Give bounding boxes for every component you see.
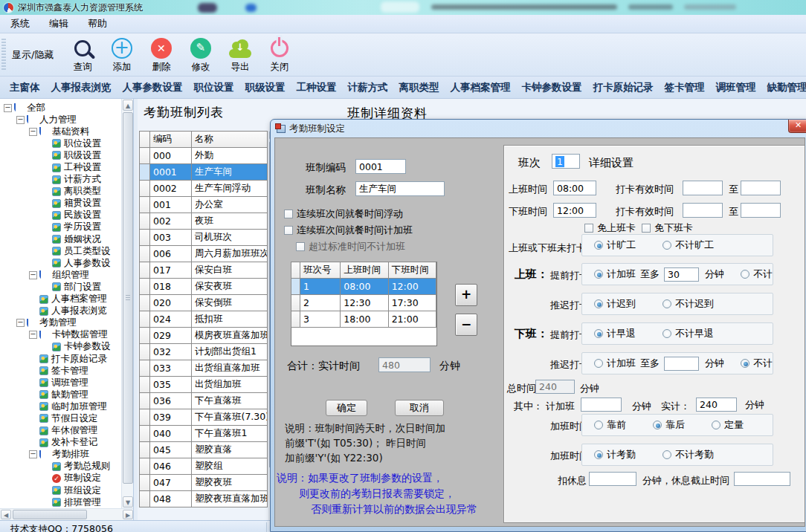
tree-item[interactable]: 人事档案管理 [0, 293, 120, 305]
column-header[interactable]: 编码 [150, 132, 192, 148]
table-row[interactable]: 029模房夜班直落加班 [140, 328, 268, 344]
column-header[interactable]: 上班时间 [341, 262, 388, 279]
rest-deadline-input[interactable] [734, 472, 790, 486]
edit-button[interactable]: ✎修改 [181, 36, 220, 74]
tree-hscroll-thumb[interactable] [13, 510, 87, 519]
row-selector[interactable] [291, 279, 300, 295]
table-row[interactable]: 033出货组直落加班 [140, 360, 268, 377]
tree-item[interactable]: 籍贯设置 [0, 198, 120, 210]
radio-option[interactable]: 不计早退 [662, 327, 714, 340]
radio-count-overtime[interactable]: 计加班 [594, 267, 636, 281]
dialog-checkbox-2[interactable]: 超过标准时间不计加班 [296, 240, 405, 253]
collapse-icon[interactable]: − [16, 319, 25, 327]
row-selector[interactable] [140, 344, 150, 360]
session-row[interactable]: 212:3017:30 [291, 295, 436, 311]
tab-2[interactable]: 人事参数设置 [123, 81, 183, 94]
dialog-titlebar[interactable]: 考勤班制设定 ✕ [271, 120, 806, 137]
tree-horizontal-scrollbar[interactable]: ◀ ▶ [0, 508, 134, 520]
table-row[interactable]: 047塑胶夜班 [140, 475, 268, 491]
tree-item[interactable]: 职位设置 [0, 137, 120, 149]
tree-item[interactable]: −人力管理 [0, 114, 120, 126]
skip-clock-out-checkbox[interactable]: 免下班卡 [642, 221, 693, 235]
tree-item[interactable]: 打卡原始记录 [0, 353, 120, 365]
overtime-input[interactable] [581, 398, 622, 412]
collapse-icon[interactable]: − [29, 331, 37, 339]
radio-option[interactable]: 不计旷工 [662, 239, 714, 252]
table-row[interactable]: 002夜班 [140, 213, 268, 230]
row-selector[interactable] [291, 295, 300, 311]
radio-option[interactable]: 计早退 [594, 327, 636, 340]
search-button[interactable]: 查询 [62, 36, 102, 74]
tree-item[interactable]: 发补卡登记 [0, 437, 120, 449]
row-selector[interactable] [140, 360, 150, 377]
tree-scroll-thumb[interactable] [123, 112, 133, 484]
tree-item[interactable]: 考勤总规则 [0, 461, 120, 473]
session-row[interactable]: 318:0021:00 [291, 311, 436, 328]
tree-item[interactable]: 部门设置 [0, 281, 120, 293]
tree-item[interactable]: −考勤排班 [0, 449, 120, 461]
tree-vertical-scrollbar[interactable]: ▲ ▼ [121, 99, 134, 508]
row-selector[interactable] [140, 279, 150, 295]
table-row[interactable]: 020保安倒班 [140, 295, 268, 311]
tree-item[interactable]: 职级设置 [0, 149, 120, 161]
table-row[interactable]: 045塑胶直落 [140, 442, 268, 458]
tab-0[interactable]: 主窗体 [10, 81, 40, 94]
tree-item[interactable]: 计薪方式 [0, 174, 120, 186]
collapse-icon[interactable]: − [29, 128, 37, 136]
scroll-up-icon[interactable]: ▲ [123, 100, 133, 111]
table-row[interactable]: 017保安白班 [140, 262, 268, 279]
tab-12[interactable]: 调班管理 [716, 81, 756, 94]
table-row[interactable]: 046塑胶组 [140, 458, 268, 475]
table-row[interactable]: 040下午直落班1 [140, 426, 268, 442]
table-row[interactable]: 032计划部出货组1 [140, 344, 268, 360]
tree-item[interactable]: 签卡管理 [0, 365, 120, 377]
table-row[interactable]: 0001生产车间 [140, 164, 268, 181]
work-start-input[interactable]: 08:00 [553, 181, 596, 195]
scroll-down-icon[interactable]: ▼ [123, 496, 133, 507]
tree-item[interactable]: 年休假管理 [0, 425, 120, 437]
shift-code-input[interactable]: 0001 [355, 159, 406, 174]
radio-option[interactable]: 计旷工 [594, 239, 636, 252]
row-selector[interactable] [140, 377, 150, 393]
skip-clock-in-checkbox[interactable]: 免上班卡 [584, 221, 636, 235]
tree-item[interactable]: −基础资料 [0, 126, 120, 137]
early-in-max-input[interactable]: 30 [664, 267, 699, 282]
radio-no-count[interactable]: 不计 [741, 357, 773, 370]
tree-item[interactable]: 婚姻状况 [0, 233, 120, 245]
tree-item[interactable]: 班组设定 [0, 484, 120, 496]
collapse-icon[interactable]: − [4, 104, 12, 112]
table-row[interactable]: 048塑胶夜班直落加班 [140, 491, 268, 507]
cancel-button[interactable]: 取消 [395, 400, 444, 416]
row-selector[interactable] [140, 295, 150, 311]
row-selector[interactable] [140, 475, 150, 491]
table-row[interactable]: 018保安夜班 [140, 279, 268, 295]
radio-option[interactable]: 定量 [712, 418, 744, 432]
row-selector[interactable] [140, 181, 150, 197]
tree-item[interactable]: ✓班制设定 [0, 473, 120, 484]
valid2-to-input[interactable] [741, 203, 781, 218]
session-row[interactable]: 108:0012:00 [291, 279, 436, 295]
add-session-button[interactable]: + [455, 284, 477, 306]
add-button[interactable]: +添加 [102, 36, 141, 74]
column-header[interactable]: 班次号 [300, 262, 341, 279]
collapse-icon[interactable]: − [29, 271, 37, 279]
actual-input[interactable]: 240 [696, 398, 737, 412]
close-button[interactable]: 关闭 [259, 36, 299, 74]
tree-item[interactable]: −卡钟数据管理 [0, 329, 120, 341]
tab-1[interactable]: 人事报表浏览 [51, 81, 112, 94]
deduct-rest-input[interactable] [589, 472, 636, 486]
tree-item[interactable]: 学历设置 [0, 221, 120, 233]
tree-item[interactable]: −全部 [0, 102, 120, 114]
tab-9[interactable]: 卡钟参数设置 [522, 81, 582, 94]
work-end-input[interactable]: 12:00 [553, 203, 596, 218]
table-row[interactable]: 000外勤 [140, 148, 268, 164]
row-selector[interactable] [140, 393, 150, 409]
tab-11[interactable]: 签卡管理 [665, 81, 705, 94]
column-header[interactable]: 下班时间 [388, 262, 436, 279]
close-icon[interactable]: ✕ [788, 120, 806, 133]
tab-8[interactable]: 人事档案管理 [451, 81, 511, 94]
tree-item[interactable]: 员工类型设 [0, 245, 120, 257]
row-selector[interactable] [140, 328, 150, 344]
dialog-checkbox-1[interactable]: 连续班次间就餐时间计加班 [284, 224, 413, 237]
tree-item[interactable]: 临时加班管理 [0, 400, 120, 412]
